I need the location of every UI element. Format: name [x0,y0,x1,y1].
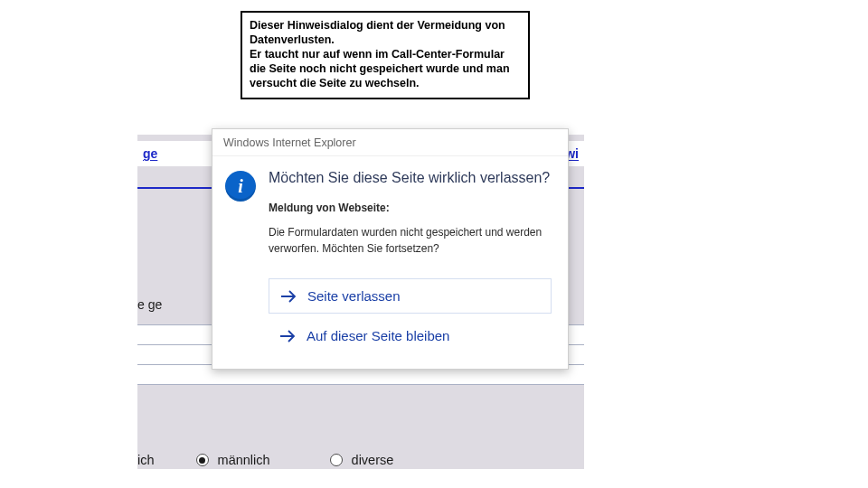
dialog-titlebar: Windows Internet Explorer [212,129,568,156]
leave-page-button[interactable]: Seite verlassen [269,278,552,314]
radio-male-label: männlich [218,453,270,467]
info-icon: i [225,171,256,202]
leave-page-label: Seite verlassen [307,288,401,304]
dialog-subheading: Meldung von Webseite: [269,202,552,214]
dialog-heading: Möchten Sie diese Seite wirklich verlass… [269,169,552,187]
dialog-message: Die Formulardaten wurden nicht gespeiche… [269,225,552,257]
gender-radio-group: ich männlich diverse [137,453,393,467]
info-glyph: i [238,176,243,197]
radio-male[interactable] [196,454,209,466]
stay-on-page-button[interactable]: Auf dieser Seite bleiben [269,319,552,352]
section-hint-left: e ge [137,297,162,312]
explanation-line-2: Er taucht nur auf wenn im Call-Center-Fo… [250,48,510,89]
dialog-window-title: Windows Internet Explorer [223,136,356,149]
arrow-right-icon [279,330,297,343]
arrow-right-icon [280,290,298,303]
explanation-box: Dieser Hinweisdialog dient der Vermeidun… [241,11,530,99]
ie-leave-page-dialog: Windows Internet Explorer i Möchten Sie … [212,128,569,370]
radio-diverse-label: diverse [352,453,394,467]
explanation-line-1: Dieser Hinweisdialog dient der Vermeidun… [250,19,505,46]
top-link-left[interactable]: ge [143,146,157,161]
stay-on-page-label: Auf dieser Seite bleiben [307,328,449,343]
radio-group-label-fragment: ich [137,453,155,467]
radio-diverse[interactable] [330,454,343,466]
